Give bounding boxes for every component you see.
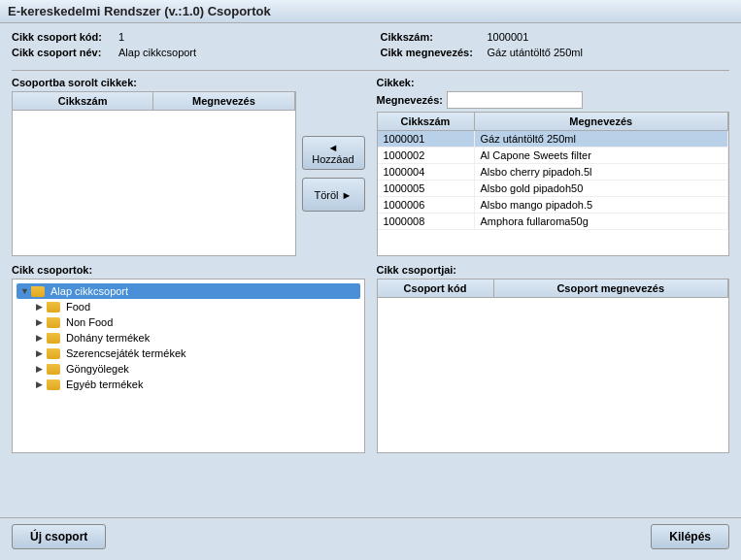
cikk-nev-row: Cikk csoport név: Alap cikkcsoport — [12, 47, 361, 58]
search-label: Megnevezés: — [377, 94, 443, 106]
groups-panel: Cikk csoportjai: Csoport kód Csoport meg… — [377, 264, 730, 453]
cell-cikkszam: 1000001 — [378, 131, 475, 147]
tree-item[interactable]: ▶Non Food — [32, 314, 360, 330]
tree-item[interactable]: ▼Alap cikkcsoport — [17, 283, 360, 299]
title-bar: E-kereskedelmi Rendszer (v.:1.0) Csoport… — [0, 0, 741, 23]
divider — [12, 70, 729, 71]
remove-button[interactable]: Töröl ► — [302, 178, 365, 212]
tree-container[interactable]: ▼Alap cikkcsoport▶Food▶Non Food▶Dohány t… — [12, 279, 365, 453]
right-section-title: Cikkek: — [377, 77, 730, 88]
cell-cikkszam: 1000006 — [378, 197, 475, 213]
cikk-kod-row: Cikk csoport kód: 1 — [12, 31, 361, 43]
cell-megnevezes: Gáz utántöltő 250ml — [475, 131, 729, 147]
folder-icon — [47, 333, 60, 344]
tree-item-label: Göngyölegek — [66, 363, 129, 375]
right-col-cikkszam: Cikkszám — [378, 113, 475, 130]
bottom-section: Cikk csoportok: ▼Alap cikkcsoport▶Food▶N… — [12, 264, 729, 453]
table-row[interactable]: 1000004 Alsbo cherry pipadoh.5l — [378, 164, 729, 181]
cell-megnevezes: Al Capone Sweets filter — [475, 148, 729, 163]
tree-item[interactable]: ▶Dohány termékek — [32, 330, 360, 346]
btn-panel: ◄ Hozzáad Töröl ► — [302, 91, 365, 256]
cikkszam-row: Cikkszám: 1000001 — [381, 31, 730, 43]
right-panel: Cikkek: Megnevezés: Cikkszám Megnevezés … — [377, 77, 730, 256]
cikk-kod-label: Cikk csoport kód: — [12, 31, 118, 43]
cikk-kod-value: 1 — [118, 31, 124, 43]
tree-arrow: ▶ — [36, 333, 44, 343]
left-table-body — [13, 111, 295, 255]
tree-section-title: Cikk csoportok: — [12, 264, 365, 276]
cell-megnevezes: Alsbo mango pipadoh.5 — [475, 197, 729, 213]
folder-icon — [47, 364, 60, 375]
cell-megnevezes: Alsbo gold pipadoh50 — [475, 181, 729, 196]
cikkszam-value: 1000001 — [488, 31, 529, 43]
tree-panel: Cikk csoportok: ▼Alap cikkcsoport▶Food▶N… — [12, 264, 365, 453]
cell-cikkszam: 1000002 — [378, 148, 475, 163]
search-input[interactable] — [447, 91, 583, 109]
cell-cikkszam: 1000008 — [378, 214, 475, 229]
groups-col-kod: Csoport kód — [378, 280, 494, 297]
top-right: Cikkszám: 1000001 Cikk megnevezés: Gáz u… — [381, 31, 730, 62]
tree-item-label: Dohány termékek — [66, 332, 150, 344]
folder-icon — [47, 379, 60, 390]
exit-button[interactable]: Kilépés — [651, 524, 729, 549]
top-left: Cikk csoport kód: 1 Cikk csoport név: Al… — [12, 31, 361, 62]
left-col-cikkszam: Cikkszám — [13, 92, 153, 110]
tree-item-label: Egyéb termékek — [66, 379, 143, 390]
right-scroll-table[interactable]: 1000001 Gáz utántöltő 250ml 1000002 Al C… — [378, 131, 729, 255]
title-text: E-kereskedelmi Rendszer (v.:1.0) Csoport… — [8, 4, 271, 18]
tree-item-label: Non Food — [66, 316, 113, 328]
cikk-megn-row: Cikk megnevezés: Gáz utántöltő 250ml — [381, 47, 730, 58]
footer: Új csoport Kilépés — [0, 517, 741, 554]
table-row[interactable]: 1000002 Al Capone Sweets filter — [378, 148, 729, 164]
left-section-title: Csoportba sorolt cikkek: — [12, 77, 365, 88]
table-row[interactable]: 1000001 Gáz utántöltő 250ml — [378, 131, 729, 148]
search-row: Megnevezés: — [377, 91, 730, 109]
tree-item-label: Alap cikkcsoport — [51, 285, 128, 297]
folder-icon — [47, 302, 60, 313]
groups-table-body — [378, 298, 729, 452]
left-table-container: Cikkszám Megnevezés ◄ Hozzáad Töröl ► — [12, 91, 365, 256]
tree-item[interactable]: ▶Göngyölegek — [32, 361, 360, 377]
table-row[interactable]: 1000005 Alsbo gold pipadoh50 — [378, 181, 729, 197]
table-row[interactable]: 1000008 Amphora fullaroma50g — [378, 214, 729, 230]
tree-item[interactable]: ▶Food — [32, 299, 360, 314]
right-col-megnevezes: Megnevezés — [475, 113, 729, 130]
add-button[interactable]: ◄ Hozzáad — [302, 136, 365, 170]
cell-megnevezes: Amphora fullaroma50g — [475, 214, 729, 229]
right-table: Cikkszám Megnevezés 1000001 Gáz utántölt… — [377, 112, 730, 256]
cikk-nev-value: Alap cikkcsoport — [118, 47, 196, 58]
tree-item[interactable]: ▶Szerencsejáték termékek — [32, 346, 360, 361]
cikk-megn-value: Gáz utántöltő 250ml — [488, 47, 583, 58]
groups-col-megnevezes: Csoport megnevezés — [494, 280, 729, 297]
tree-arrow: ▶ — [36, 348, 44, 358]
groups-section-title: Cikk csoportjai: — [377, 264, 730, 276]
tree-item-label: Food — [66, 301, 90, 313]
tree-item-label: Szerencsejáték termékek — [66, 347, 186, 359]
groups-table-header: Csoport kód Csoport megnevezés — [378, 280, 729, 298]
table-row[interactable]: 1000006 Alsbo mango pipadoh.5 — [378, 197, 729, 214]
folder-icon — [47, 317, 60, 328]
main-content: Cikk csoport kód: 1 Cikk csoport név: Al… — [0, 23, 741, 517]
left-panel: Csoportba sorolt cikkek: Cikkszám Megnev… — [12, 77, 365, 256]
cell-cikkszam: 1000004 — [378, 164, 475, 180]
left-col-megnevezes: Megnevezés — [153, 92, 294, 110]
left-table: Cikkszám Megnevezés — [12, 91, 296, 256]
tree-item[interactable]: ▶Egyéb termékek — [32, 377, 360, 392]
tree-arrow: ▶ — [36, 302, 44, 312]
folder-icon — [47, 348, 60, 359]
cikk-megn-label: Cikk megnevezés: — [381, 47, 488, 58]
tree-arrow: ▶ — [36, 317, 44, 327]
folder-icon — [31, 286, 45, 297]
top-section: Cikk csoport kód: 1 Cikk csoport név: Al… — [12, 31, 729, 62]
right-table-wrapper: 1000001 Gáz utántöltő 250ml 1000002 Al C… — [378, 131, 729, 255]
cikk-nev-label: Cikk csoport név: — [12, 47, 118, 58]
tree-arrow: ▶ — [36, 364, 44, 374]
groups-table: Csoport kód Csoport megnevezés — [377, 279, 730, 453]
tree-arrow: ▶ — [36, 379, 44, 389]
cell-cikkszam: 1000005 — [378, 181, 475, 196]
tree-arrow: ▼ — [20, 286, 28, 296]
new-group-button[interactable]: Új csoport — [12, 524, 106, 549]
cikkszam-label: Cikkszám: — [381, 31, 488, 43]
right-table-header: Cikkszám Megnevezés — [378, 113, 729, 131]
items-table-wrapper: Cikkszám Megnevezés — [12, 91, 296, 256]
